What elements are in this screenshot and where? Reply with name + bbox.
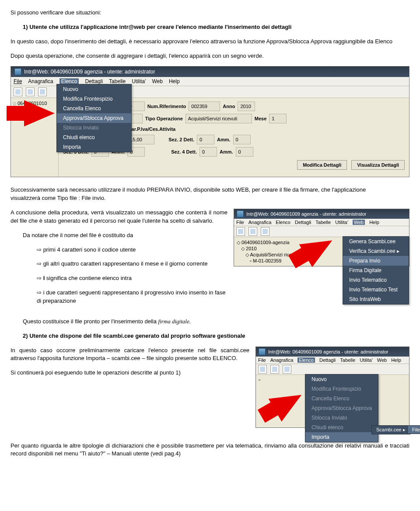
label-mese: Mese [255, 116, 267, 121]
toolbar-icon[interactable] [261, 227, 270, 236]
field-anno[interactable]: 2010 [238, 102, 255, 111]
label-amm4: Amm. [220, 149, 233, 154]
menu-utilita[interactable]: Utilita' [360, 357, 373, 363]
bullet-1: ⇨ primi 4 caratteri sono il codice utent… [37, 246, 228, 254]
menu-help[interactable]: Help [369, 220, 379, 225]
menu-help[interactable]: Help [391, 357, 401, 363]
field-sez4d[interactable]: 0 [200, 147, 217, 157]
menu-anagrafica[interactable]: Anagrafica [28, 78, 53, 84]
menu-item-invio[interactable]: Invio Telematico [343, 275, 409, 285]
toolbar-icon[interactable] [26, 88, 35, 96]
field-sez2a[interactable]: 0 [233, 135, 251, 144]
menu-item-invio-test[interactable]: Invio Telematico Test [343, 285, 409, 294]
web-dropdown: Genera Scambi.cee Verifica Scambi.cee ▸ … [343, 236, 409, 304]
intro-text: Si possono verificare due situazioni: [10, 9, 410, 17]
menu-anagrafica[interactable]: Anagrafica [270, 357, 294, 363]
window-title: Intr@Web: 06409601009 agenzia - utente: … [268, 349, 388, 354]
label-num-rif: Num.Riferimento [147, 104, 186, 109]
elenco-dropdown: Nuovo Modifica Frontespizio Cancella Ele… [305, 374, 378, 442]
footer-text: Per quanto riguarda le altre tipologie d… [10, 442, 410, 458]
menu-item-modifica[interactable]: Modifica Frontespizio [57, 94, 131, 104]
label-varp: Var.P.Iva/Ces.Attivita [129, 126, 175, 132]
menu-item-nuovo[interactable]: Nuovo [57, 84, 131, 94]
menu-item-approva[interactable]: Approva/Sblocca Approva [57, 113, 131, 123]
menu-utilita[interactable]: Utilita' [132, 78, 146, 84]
menu-elenco[interactable]: Elenco [60, 78, 79, 84]
toolbar-icon[interactable] [258, 365, 267, 374]
menu-elenco[interactable]: Elenco [276, 220, 290, 225]
menu-dettagli[interactable]: Dettagli [295, 220, 311, 225]
case1-heading: 1) Utente che utilizza l'applicazione in… [23, 23, 410, 32]
closing-firma: Questo costituisce il file pronto per l'… [23, 318, 410, 326]
menu-item-importa[interactable]: Importa [57, 142, 131, 152]
case2-p1: In questo caso occorre preliminarmente c… [10, 346, 249, 363]
menu-item-chiudi: Chiudi elenco [305, 423, 378, 432]
label-sez2d: Sez. 2 Dett. [168, 137, 194, 142]
toolbar-icon[interactable] [14, 88, 22, 96]
elenco-dropdown: Nuovo Modifica Frontespizio Cancella Ele… [56, 84, 132, 152]
menu-item-importa[interactable]: Importa [305, 432, 378, 442]
case2-p2: Si continuerà poi eseguendo tutte le ope… [10, 369, 249, 377]
label-tipo-op: Tipo Operazione [145, 116, 183, 121]
toolbar-icon[interactable] [270, 365, 279, 374]
menu-item-modifica: Modifica Frontespizio [305, 384, 378, 394]
menu-dettagli[interactable]: Dettagli [85, 78, 103, 84]
menu-item-cancella[interactable]: Cancella Elenco [57, 104, 131, 113]
menu-file[interactable]: File [258, 357, 266, 363]
menu-item-firma[interactable]: Firma Digitale [343, 266, 409, 275]
menu-item-cancella: Cancella Elenco [305, 394, 378, 403]
field-num-rif[interactable]: 002359 [189, 102, 220, 111]
menu-tabelle[interactable]: Tabelle [315, 220, 331, 225]
toolbar-icon[interactable] [236, 227, 245, 236]
field-sez4a[interactable]: 0 [236, 147, 253, 157]
field-mese[interactable]: 1 [269, 114, 287, 123]
bullet-3: ⇨ I significa che contiene elenco intra [37, 274, 228, 283]
field-tipo-op[interactable]: Acquisti/Servizi ricevuti [186, 114, 252, 123]
menu-anagrafica[interactable]: Anagrafica [248, 220, 272, 225]
modifica-dettagli-button[interactable]: Modifica Dettagli [297, 160, 347, 170]
menu-web[interactable]: Web [353, 220, 365, 225]
menu-web[interactable]: Web [377, 357, 387, 363]
menu-item-chiudi[interactable]: Chiudi elenco [57, 133, 131, 142]
label-anno: Anno [223, 104, 235, 109]
menu-item-sblocca: Sblocca Inviato [57, 123, 131, 133]
case1-p1: In questo caso, dopo l'inserimento dei d… [10, 38, 410, 46]
menu-elenco[interactable]: Elenco [298, 357, 315, 363]
label-amm2: Amm. [217, 137, 231, 142]
menu-item-approva: Approva/Sblocca Approva [305, 403, 378, 413]
menu-help[interactable]: Help [169, 78, 180, 84]
visualizza-dettagli-button[interactable]: Visualizza Dettagli [351, 160, 405, 170]
menu-tabelle[interactable]: Tabelle [109, 78, 126, 84]
app-icon [237, 210, 244, 217]
bullet-4: ⇨ i due caratteri seguenti rappresentano… [37, 289, 228, 305]
menu-web[interactable]: Web [152, 78, 162, 84]
submenu-file-singolo[interactable]: File singolo [407, 425, 420, 434]
toolbar-icon[interactable] [283, 365, 291, 374]
menu-item-sblocca: Sblocca Inviato [305, 413, 378, 423]
menu-file[interactable]: File [14, 78, 22, 84]
menu-item-prepara[interactable]: Prepara Invio [343, 256, 409, 266]
window-title: Intr@Web: 06409601009 agenzia - utente: … [24, 69, 155, 75]
submenu-scambi[interactable]: Scambi.cee ▸ [371, 425, 410, 434]
menu-utilita[interactable]: Utilita' [335, 220, 348, 225]
app-icon [14, 68, 21, 75]
menu-tabelle[interactable]: Tabelle [340, 357, 355, 363]
screenshot-elenco-menu: Intr@Web: 06409601009 agenzia - utente: … [10, 66, 410, 177]
menu-dettagli[interactable]: Dettagli [319, 357, 336, 363]
mid-p1: Successivamente sarà necessario utilizza… [10, 186, 410, 203]
menu-item-nuovo[interactable]: Nuovo [305, 374, 378, 384]
field-sez2d[interactable]: 0 [197, 135, 214, 144]
note-lead: Da notare che il nome del file è costitu… [23, 231, 228, 240]
window-title: Intr@Web: 06409601009 agenzia - utente: … [246, 211, 367, 217]
toolbar-icon[interactable] [248, 227, 257, 236]
label-sez4d: Sez. 4 Dett. [171, 149, 197, 154]
menu-item-genera[interactable]: Genera Scambi.cee [343, 237, 409, 246]
menu-item-sito[interactable]: Sito IntraWeb [343, 294, 409, 304]
menu-file[interactable]: File [236, 220, 244, 225]
case1-p2: Dopo questa operazione, che consente di … [10, 52, 410, 60]
toolbar-icon[interactable] [38, 88, 47, 96]
mid-p2: A conclusione della procedura, verrà vis… [10, 209, 228, 225]
menu-item-verifica[interactable]: Verifica Scambi.cee ▸ [343, 246, 409, 256]
case2-heading: 2) Utente che dispone del file scambi.ce… [23, 332, 410, 340]
app-icon [259, 348, 266, 355]
